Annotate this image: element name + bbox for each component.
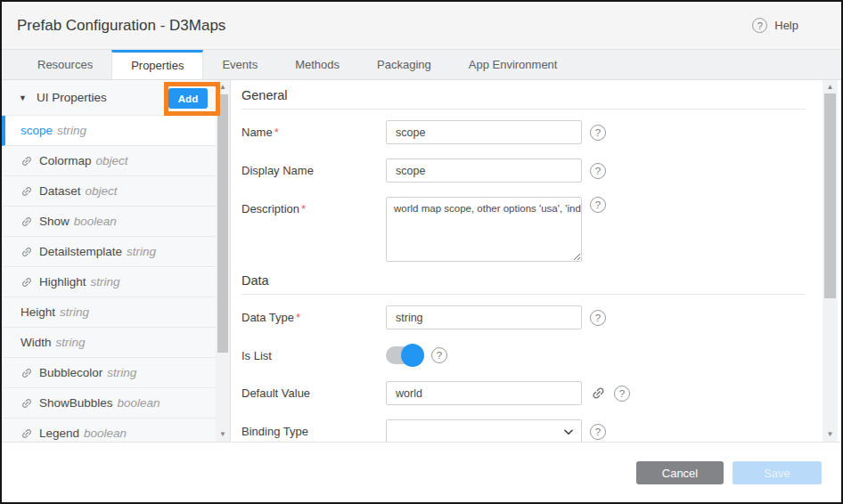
chain-link-icon: [20, 155, 33, 167]
property-type: string: [60, 305, 89, 319]
chain-link-icon: [20, 427, 33, 440]
required-asterisk: *: [301, 202, 306, 215]
chain-link-icon: [20, 185, 33, 198]
chain-link-icon: [20, 367, 33, 379]
field-label-description: Description*: [241, 197, 386, 215]
sidebar-item-scope[interactable]: scopestring: [2, 116, 216, 146]
field-row-is-list: Is List?: [241, 344, 806, 367]
field-label-text: Description: [241, 202, 299, 215]
triangle-down-icon[interactable]: ▼: [216, 429, 230, 440]
help-icon[interactable]: ?: [590, 424, 606, 440]
field-label-default-value: Default Value: [241, 386, 386, 400]
main-scrollbar[interactable]: ▲ ▼: [823, 80, 838, 442]
property-name: Legend: [39, 427, 79, 440]
name-input[interactable]: [386, 120, 582, 144]
footer: Cancel Save: [2, 443, 841, 502]
property-name: Highlight: [39, 275, 86, 289]
bind-link-icon[interactable]: [591, 386, 606, 401]
chain-link-icon: [20, 215, 33, 228]
field-label-text: Is List: [241, 349, 272, 362]
section-title-data: Data: [241, 273, 806, 295]
data-type-input[interactable]: [386, 305, 582, 329]
chain-link-icon: [20, 276, 33, 289]
description-textarea[interactable]: world map scope, other options 'usa', 'i…: [386, 197, 582, 262]
sidebar-item-dataset[interactable]: Datasetobject: [2, 176, 216, 207]
tab-app-environment[interactable]: App Environment: [450, 50, 577, 79]
cancel-button[interactable]: Cancel: [636, 461, 724, 484]
field-label-text: Binding Type: [241, 425, 308, 438]
sidebar-item-colormap[interactable]: Colormapobject: [2, 146, 216, 176]
property-form: GeneralName*?Display Name?Description*wo…: [232, 80, 806, 442]
property-type: boolean: [74, 215, 117, 228]
property-type: string: [57, 124, 86, 137]
help-icon[interactable]: ?: [590, 197, 606, 213]
help-icon[interactable]: ?: [590, 125, 606, 141]
add-button[interactable]: Add: [168, 88, 208, 109]
property-type: string: [127, 245, 156, 258]
property-type: boolean: [84, 427, 127, 440]
save-button[interactable]: Save: [733, 461, 822, 484]
triangle-down-icon[interactable]: ▼: [823, 429, 838, 440]
sidebar-item-showbubbles[interactable]: ShowBubblesboolean: [2, 388, 216, 419]
sidebar-item-show[interactable]: Showboolean: [2, 207, 216, 237]
tab-properties[interactable]: Properties: [111, 50, 203, 79]
property-type: boolean: [118, 396, 160, 410]
tab-resources[interactable]: Resources: [19, 50, 111, 79]
field-label-text: Display Name: [241, 164, 314, 177]
help-label: Help: [774, 19, 798, 32]
field-label-name: Name*: [241, 126, 386, 139]
sidebar-item-width[interactable]: Widthstring: [2, 328, 216, 358]
sidebar-item-bubblecolor[interactable]: Bubblecolorstring: [2, 358, 216, 388]
help-icon[interactable]: ?: [590, 310, 606, 326]
chevron-down-icon: [562, 426, 575, 438]
tab-events[interactable]: Events: [203, 50, 276, 79]
help-icon[interactable]: ?: [431, 347, 447, 363]
property-type: object: [86, 184, 118, 198]
property-name: Detailstemplate: [39, 245, 122, 258]
sidebar-item-highlight[interactable]: Highlightstring: [2, 267, 216, 297]
field-row-display-name: Display Name?: [241, 159, 806, 183]
property-name: Width: [20, 336, 52, 349]
field-row-binding-type: Binding Type?: [241, 419, 806, 442]
chain-link-icon: [20, 246, 33, 258]
help-button[interactable]: ? Help: [752, 2, 798, 49]
default-value-input[interactable]: [386, 381, 582, 405]
titlebar: Prefab Configuration - D3Maps ? Help: [2, 2, 841, 50]
toggle-knob: [401, 344, 424, 367]
is-list-toggle[interactable]: [386, 346, 423, 364]
field-row-name: Name*?: [241, 120, 806, 144]
sidebar-item-legend[interactable]: Legendboolean: [2, 419, 216, 442]
dialog-title: Prefab Configuration - D3Maps: [17, 17, 225, 35]
sidebar: ▼ UI Properties Add scopestringColormapo…: [2, 80, 231, 443]
tab-packaging[interactable]: Packaging: [358, 50, 450, 79]
binding-type-select[interactable]: [386, 419, 582, 442]
main-scrollbar-thumb[interactable]: [824, 93, 836, 298]
question-circle-icon: ?: [752, 18, 767, 33]
chain-link-icon: [20, 397, 33, 410]
sidebar-scrollbar-thumb[interactable]: [217, 94, 228, 353]
property-name: scope: [20, 124, 53, 137]
main-panel: GeneralName*?Display Name?Description*wo…: [232, 80, 841, 443]
field-label-data-type: Data Type*: [241, 311, 386, 324]
triangle-down-icon[interactable]: ▼: [19, 93, 27, 102]
property-name: Bubblecolor: [39, 366, 102, 379]
sidebar-item-detailstemplate[interactable]: Detailstemplatestring: [2, 237, 216, 267]
field-label-text: Default Value: [241, 386, 310, 400]
triangle-up-icon[interactable]: ▲: [216, 82, 230, 93]
field-row-description: Description*world map scope, other optio…: [241, 197, 806, 262]
property-name: ShowBubbles: [39, 396, 113, 410]
help-icon[interactable]: ?: [590, 163, 606, 179]
property-type: string: [107, 366, 136, 379]
sidebar-scrollbar[interactable]: ▲ ▼: [216, 80, 230, 442]
property-type: string: [56, 336, 86, 349]
required-asterisk: *: [296, 311, 300, 324]
property-type: object: [96, 154, 128, 167]
section-title-general: General: [241, 88, 806, 110]
sidebar-header: ▼ UI Properties Add: [2, 80, 230, 116]
triangle-up-icon[interactable]: ▲: [823, 82, 838, 93]
help-icon[interactable]: ?: [614, 386, 630, 402]
tab-bar: ResourcesPropertiesEventsMethodsPackagin…: [2, 50, 841, 80]
display-name-input[interactable]: [386, 159, 582, 183]
tab-methods[interactable]: Methods: [276, 50, 358, 79]
sidebar-item-height[interactable]: Heightstring: [2, 297, 216, 328]
